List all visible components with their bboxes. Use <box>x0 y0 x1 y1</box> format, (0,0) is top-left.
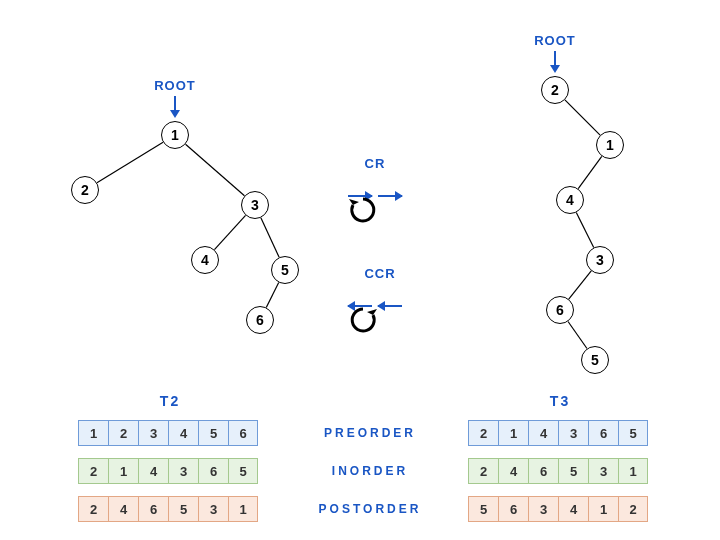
postorder-label: POSTORDER <box>319 502 422 516</box>
traversal-cell: 1 <box>588 496 618 522</box>
traversal-cell: 5 <box>228 458 258 484</box>
traversal-cell: 5 <box>618 420 648 446</box>
svg-line-5 <box>565 100 600 135</box>
traversal-cell: 5 <box>198 420 228 446</box>
traversal-cell: 6 <box>528 458 558 484</box>
traversal-cell: 1 <box>498 420 528 446</box>
traversal-cell: 4 <box>528 420 558 446</box>
preorder-label: PREORDER <box>324 426 416 440</box>
traversal-cell: 5 <box>468 496 498 522</box>
traversal-cell: 3 <box>138 420 168 446</box>
traversal-cell: 2 <box>468 420 498 446</box>
t3-postorder-row: 563412 <box>468 496 648 522</box>
svg-line-6 <box>578 156 602 188</box>
traversal-cell: 3 <box>168 458 198 484</box>
t2-postorder-row: 246531 <box>78 496 258 522</box>
tree-node: 4 <box>191 246 219 274</box>
traversal-cell: 1 <box>228 496 258 522</box>
traversal-cell: 6 <box>198 458 228 484</box>
diagram-stage: { "labels": { "root": "ROOT", "cr": "CR"… <box>0 0 720 540</box>
traversal-cell: 5 <box>558 458 588 484</box>
svg-line-8 <box>569 271 592 299</box>
root-label-left: ROOT <box>154 78 196 93</box>
ccr-label: CCR <box>364 266 395 281</box>
t3-preorder-row: 214365 <box>468 420 648 446</box>
traversal-cell: 1 <box>618 458 648 484</box>
traversal-cell: 3 <box>588 458 618 484</box>
traversal-cell: 2 <box>108 420 138 446</box>
svg-line-4 <box>266 283 278 308</box>
traversal-cell: 6 <box>138 496 168 522</box>
tree-node: 2 <box>71 176 99 204</box>
traversal-cell: 3 <box>528 496 558 522</box>
traversal-cell: 1 <box>78 420 108 446</box>
traversal-cell: 5 <box>168 496 198 522</box>
traversal-cell: 6 <box>228 420 258 446</box>
traversal-cell: 1 <box>108 458 138 484</box>
svg-line-9 <box>568 321 587 348</box>
traversal-cell: 3 <box>198 496 228 522</box>
t2-preorder-row: 123456 <box>78 420 258 446</box>
traversal-cell: 4 <box>138 458 168 484</box>
tree-node: 6 <box>246 306 274 334</box>
root-arrow-icon <box>170 96 180 118</box>
traversal-cell: 3 <box>558 420 588 446</box>
traversal-cell: 6 <box>588 420 618 446</box>
t2-label: T2 <box>160 393 180 409</box>
arrow-right-icon <box>378 195 402 197</box>
tree-node: 3 <box>241 191 269 219</box>
root-label-right: ROOT <box>534 33 576 48</box>
cr-label: CR <box>365 156 386 171</box>
inorder-label: INORDER <box>332 464 408 478</box>
svg-line-2 <box>214 215 245 249</box>
tree-node: 2 <box>541 76 569 104</box>
tree-node: 5 <box>581 346 609 374</box>
svg-line-3 <box>261 218 279 258</box>
traversal-cell: 2 <box>78 458 108 484</box>
t3-label: T3 <box>550 393 570 409</box>
arrow-left-icon <box>378 305 402 307</box>
traversal-cell: 4 <box>108 496 138 522</box>
tree-node: 4 <box>556 186 584 214</box>
tree-node: 5 <box>271 256 299 284</box>
traversal-cell: 2 <box>618 496 648 522</box>
tree-node: 1 <box>161 121 189 149</box>
svg-line-1 <box>186 144 245 196</box>
traversal-cell: 6 <box>498 496 528 522</box>
rotate-cw-icon <box>348 195 378 225</box>
root-arrow-icon <box>550 51 560 73</box>
traversal-cell: 4 <box>168 420 198 446</box>
traversal-cell: 4 <box>558 496 588 522</box>
ccr-rotation-group <box>348 305 402 307</box>
rotate-ccw-icon <box>348 305 378 335</box>
svg-line-7 <box>576 213 593 248</box>
traversal-cell: 4 <box>498 458 528 484</box>
traversal-cell: 2 <box>468 458 498 484</box>
svg-line-0 <box>97 142 163 182</box>
traversal-cell: 2 <box>78 496 108 522</box>
tree-node: 1 <box>596 131 624 159</box>
t2-inorder-row: 214365 <box>78 458 258 484</box>
tree-node: 6 <box>546 296 574 324</box>
t3-inorder-row: 246531 <box>468 458 648 484</box>
tree-node: 3 <box>586 246 614 274</box>
cr-rotation-group <box>348 195 402 197</box>
